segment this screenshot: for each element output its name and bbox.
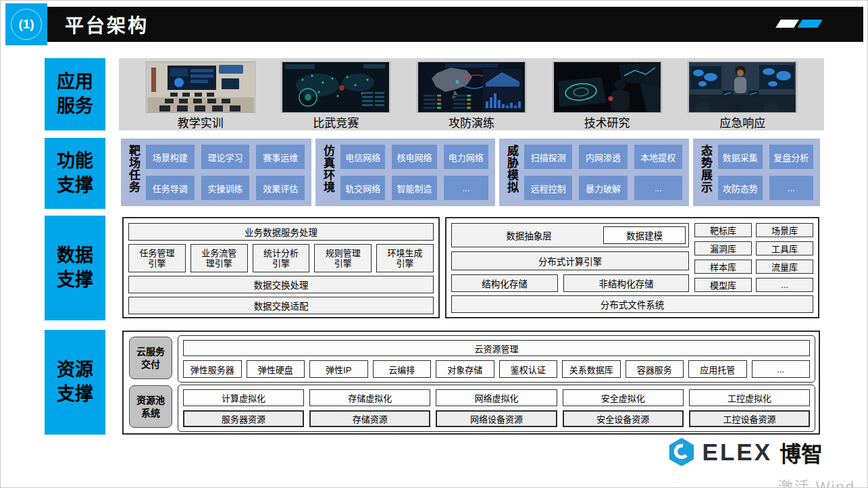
slide-platform-architecture: (1) 平台架构 应用 服务 功能 支撑 数据 支撑 资源 支撑 [0, 0, 868, 488]
cloud-item: 弹性服务器 [183, 360, 242, 378]
group-label: 威胁模拟 [506, 145, 517, 200]
layer-label-resource-support: 资源 支撑 [45, 330, 105, 435]
cyber-competition-image [282, 62, 390, 112]
layer-label-application-services: 应用 服务 [45, 58, 105, 130]
group-chip-grid: 场景构建 理论学习 赛事运维 任务导调 实操训练 效果评估 [146, 145, 305, 200]
logo-text-en: ELEX [703, 439, 772, 466]
virtualization-item: 安全虚拟化 [563, 389, 684, 406]
function-chip: ... [769, 176, 814, 200]
data-service-box: 业务数据服务处理 任务管理 引擎 业务流管 理引擎 统计分析 引擎 规则管理 引… [122, 217, 440, 318]
cloud-item: 弹性硬盘 [247, 360, 305, 378]
virtualization-item: 工控虚拟化 [689, 389, 810, 406]
resource-item: 存储资源 [309, 410, 430, 427]
business-data-service-bar: 业务数据服务处理 [128, 223, 434, 241]
group-simulation-env: 仿真环境 电信网络 核电网络 电力网络 轨交网络 智能制造 ... [315, 139, 495, 206]
resource-grid: 服务器资源 存储资源 网络设备资源 安全设备资源 工控设备资源 [183, 410, 810, 427]
group-chip-grid: 扫描探测 内网渗透 本地提权 远程控制 暴力破解 ... [524, 145, 682, 200]
logo-cube-icon [667, 436, 696, 468]
function-chip: 效果评估 [256, 176, 305, 200]
function-chip: ... [634, 176, 682, 200]
tech-research-image [553, 62, 661, 112]
app-item-research: 技术研究 [553, 62, 661, 130]
function-chip: 智能制造 [392, 176, 436, 200]
function-chip: 远程控制 [524, 176, 572, 200]
logo-text-cn: 博智 [780, 437, 823, 468]
library-grid: 靶标库 场景库 漏洞库 工具库 样本库 流量库 模型库 ... [694, 223, 813, 292]
function-chip: 电力网络 [444, 145, 488, 169]
cloud-service-delivery-label: 云服务 交付 [129, 337, 172, 379]
library-box: 漏洞库 [694, 241, 752, 255]
function-chip: 数据采集 [718, 145, 763, 169]
attack-defense-dashboard-image [417, 62, 526, 112]
company-logo: ELEX 博智 [667, 436, 823, 468]
function-chip: 扫描探测 [524, 145, 572, 169]
slide-number-badge: (1) [5, 3, 47, 45]
function-chip: 暴力破解 [579, 176, 627, 200]
cloud-item: 容器服务 [626, 360, 684, 378]
page-title: 平台架构 [65, 11, 149, 38]
app-caption: 应急响应 [719, 114, 765, 130]
slide-header: (1) 平台架构 [5, 7, 863, 42]
function-chip: 理论学习 [201, 145, 250, 169]
engine-grid: 任务管理 引擎 业务流管 理引擎 统计分析 引擎 规则管理 引擎 环境生成 引擎 [128, 244, 434, 272]
function-chip: 场景构建 [146, 145, 195, 169]
group-threat-simulation: 威胁模拟 扫描探测 内网渗透 本地提权 远程控制 暴力破解 ... [499, 139, 689, 206]
library-box: 流量库 [756, 260, 813, 274]
app-item-emergency: 应急响应 [688, 62, 796, 130]
engine-box: 统计分析 引擎 [253, 244, 310, 272]
library-box: 靶标库 [694, 223, 752, 237]
group-chip-grid: 电信网络 核电网络 电力网络 轨交网络 智能制造 ... [340, 145, 488, 200]
badge-ring: (1) [11, 9, 42, 40]
cloud-item: 应用托管 [688, 360, 747, 378]
resource-support-box: 云服务 交付 云资源管理 弹性服务器 弹性硬盘 弹性IP 云编排 对象存储 鉴权… [122, 331, 820, 435]
app-item-teaching: 教学实训 [147, 62, 255, 130]
function-chip: 任务导调 [146, 176, 195, 200]
cloud-item: 弹性IP [309, 360, 368, 378]
app-caption: 教学实训 [178, 114, 224, 130]
function-chip: 本地提权 [634, 145, 682, 169]
slide-number: (1) [18, 17, 34, 32]
function-chip: 内网渗透 [579, 145, 627, 169]
decor-parallelogram-white [775, 20, 798, 28]
app-caption: 攻防演练 [449, 114, 494, 130]
cloud-item: 云编排 [373, 360, 432, 378]
library-box: 样本库 [694, 260, 752, 274]
group-label: 态势展示 [700, 145, 711, 200]
group-chip-grid: 数据采集 复盘分析 攻防态势 ... [718, 145, 813, 200]
cloud-item: 关系数据库 [562, 360, 621, 378]
resource-pool-system-label: 资源池 系统 [129, 385, 172, 428]
data-platform-top: 数据抽象层 数据建模 分布式计算引擎 结构化存储 非结构化存储 靶标库 场景库 … [451, 223, 813, 292]
resource-item: 安全设备资源 [563, 410, 684, 427]
app-caption: 比武竞赛 [313, 114, 359, 130]
virtualization-item: 网络虚拟化 [436, 389, 557, 406]
function-chip: ... [444, 176, 488, 200]
cloud-service-box: 云资源管理 弹性服务器 弹性硬盘 弹性IP 云编排 对象存储 鉴权认证 关系数据… [178, 335, 815, 383]
function-chip: 实操训练 [201, 176, 250, 200]
activation-watermark: 激活 Wind [778, 474, 855, 488]
function-support-row: 靶场任务 场景构建 理论学习 赛事运维 任务导调 实操训练 效果评估 仿真环境 … [121, 139, 820, 206]
library-box: 场景库 [756, 223, 813, 237]
data-exchange-bar: 数据交换处理 [128, 276, 434, 293]
virtualization-item: 计算虚拟化 [183, 389, 304, 406]
group-label: 靶场任务 [128, 145, 139, 200]
data-platform-box: 数据抽象层 数据建模 分布式计算引擎 结构化存储 非结构化存储 靶标库 场景库 … [445, 217, 819, 318]
function-chip: 轨交网络 [340, 176, 385, 200]
resource-item: 工控设备资源 [689, 410, 810, 427]
app-item-exercise: 攻防演练 [417, 62, 526, 130]
library-box: 模型库 [694, 278, 752, 292]
distributed-filesystem-bar: 分布式文件系统 [451, 295, 813, 313]
layer-label-function-support: 功能 支撑 [45, 138, 105, 209]
app-caption: 技术研究 [584, 114, 630, 130]
data-abstraction-label: 数据抽象层 [455, 228, 603, 242]
distributed-compute-bar: 分布式计算引擎 [451, 251, 689, 270]
virtualization-grid: 计算虚拟化 存储虚拟化 网络虚拟化 安全虚拟化 工控虚拟化 [183, 389, 810, 406]
emergency-response-image [688, 62, 796, 112]
engine-box: 业务流管 理引擎 [190, 244, 248, 272]
cloud-item-grid: 弹性服务器 弹性硬盘 弹性IP 云编排 对象存储 鉴权认证 关系数据库 容器服务… [183, 360, 810, 378]
library-box: 工具库 [756, 241, 813, 255]
engine-box: 规则管理 引擎 [314, 244, 372, 272]
cloud-item: 鉴权认证 [499, 360, 558, 378]
library-box: ... [756, 278, 813, 292]
data-platform-main: 数据抽象层 数据建模 分布式计算引擎 结构化存储 非结构化存储 [451, 223, 689, 292]
function-chip: 复盘分析 [769, 145, 814, 169]
